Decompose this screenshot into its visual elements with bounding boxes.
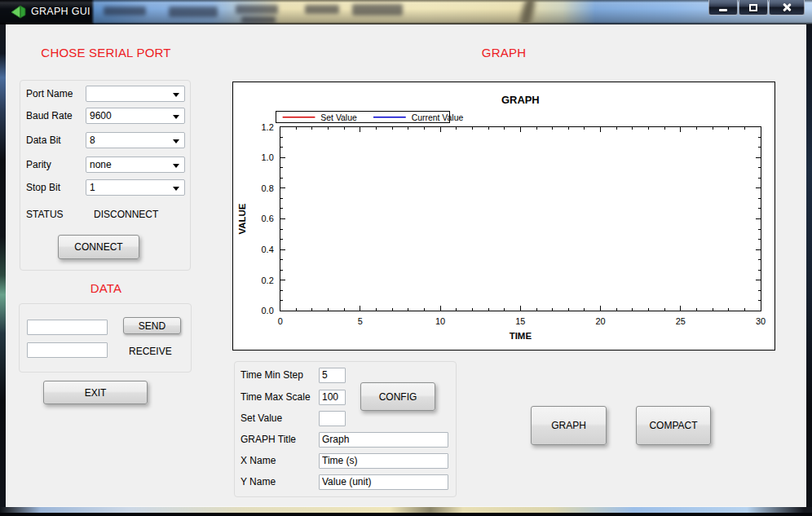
maximize-icon	[749, 4, 757, 11]
time-max-scale-label: Time Max Scale	[241, 391, 319, 403]
maximize-button[interactable]	[739, 0, 768, 15]
svg-text:GRAPH: GRAPH	[501, 94, 540, 106]
chart: GRAPH0510152025300.00.20.40.60.81.01.2TI…	[232, 82, 775, 351]
window-controls	[708, 0, 805, 15]
port-name-label: Port Name	[26, 88, 86, 99]
parity-row: Parity none	[26, 157, 185, 173]
x-name-label: X Name	[241, 455, 319, 466]
close-button[interactable]	[769, 0, 805, 15]
status-label: STATUS	[26, 209, 64, 220]
window-title: GRAPH GUI	[31, 6, 90, 17]
baud-rate-label: Baud Rate	[26, 110, 86, 121]
svg-text:TIME: TIME	[510, 331, 532, 341]
y-name-row: Y Name	[241, 474, 448, 490]
parity-value: none	[90, 159, 112, 170]
time-min-step-row: Time Min Step	[241, 367, 346, 383]
chart-canvas: GRAPH0510152025300.00.20.40.60.81.01.2TI…	[233, 82, 774, 350]
svg-text:0.8: 0.8	[262, 183, 274, 193]
exit-button[interactable]: EXIT	[43, 381, 148, 404]
desktop-blur-decoration	[352, 4, 403, 15]
graph-button-label: GRAPH	[551, 420, 586, 431]
desktop-blur-decoration	[241, 16, 276, 24]
window-border-left	[0, 24, 6, 507]
config-groupbox: Time Min Step Time Max Scale Set Value G…	[234, 361, 457, 497]
client-area: CHOSE SERIAL PORT Port Name Baud Rate 96…	[6, 24, 806, 507]
svg-text:30: 30	[756, 316, 766, 326]
send-button[interactable]: SEND	[123, 317, 181, 334]
y-name-input[interactable]	[319, 474, 448, 490]
set-value-input[interactable]	[319, 411, 346, 426]
set-value-row: Set Value	[241, 410, 346, 426]
time-max-scale-row: Time Max Scale	[241, 389, 346, 405]
config-button[interactable]: CONFIG	[360, 382, 435, 411]
send-button-label: SEND	[139, 320, 165, 332]
parity-label: Parity	[26, 159, 86, 170]
graph-heading: GRAPH	[232, 46, 775, 60]
graph-title-input[interactable]	[319, 432, 448, 448]
chevron-down-icon	[173, 164, 179, 168]
svg-text:1.2: 1.2	[262, 122, 274, 132]
x-name-input[interactable]	[319, 453, 448, 469]
app-icon	[11, 4, 27, 20]
connect-button[interactable]: CONNECT	[58, 235, 139, 259]
data-bit-combobox[interactable]: 8	[86, 132, 185, 148]
exit-button-label: EXIT	[85, 387, 107, 399]
svg-text:VALUE: VALUE	[237, 203, 247, 234]
connect-button-label: CONNECT	[74, 241, 122, 253]
svg-text:0.6: 0.6	[262, 214, 274, 223]
svg-text:Set Value: Set Value	[320, 113, 357, 122]
time-min-step-label: Time Min Step	[241, 369, 319, 381]
stop-bit-label: Stop Bit	[26, 182, 86, 193]
set-value-label: Set Value	[241, 412, 319, 424]
compact-button[interactable]: COMPACT	[636, 406, 711, 445]
stop-bit-value: 1	[90, 182, 95, 193]
svg-text:Current Value: Current Value	[412, 113, 464, 122]
port-name-row: Port Name	[26, 86, 185, 102]
time-min-step-input[interactable]	[319, 368, 346, 383]
send-input[interactable]	[27, 320, 108, 335]
port-name-combobox[interactable]	[86, 86, 185, 102]
minimize-button[interactable]	[708, 0, 738, 15]
receive-input[interactable]	[27, 342, 108, 358]
desktop-blur-decoration	[518, 0, 537, 24]
graph-button[interactable]: GRAPH	[531, 406, 607, 445]
chevron-down-icon	[173, 93, 179, 97]
svg-text:0.4: 0.4	[262, 245, 274, 254]
config-button-label: CONFIG	[379, 391, 417, 403]
desktop-blur-decoration	[236, 5, 278, 14]
minimize-icon	[719, 9, 727, 11]
data-bit-label: Data Bit	[26, 135, 86, 146]
chevron-down-icon	[173, 115, 179, 119]
baud-rate-value: 9600	[90, 110, 112, 121]
stop-bit-combobox[interactable]: 1	[86, 179, 185, 196]
svg-text:0.2: 0.2	[262, 276, 274, 285]
baud-rate-combobox[interactable]: 9600	[86, 108, 185, 124]
x-name-row: X Name	[241, 452, 448, 469]
window-frame: GRAPH GUI CHOSE SERIAL PORT Po	[0, 0, 812, 516]
data-bit-row: Data Bit 8	[26, 132, 185, 148]
parity-combobox[interactable]: none	[86, 157, 185, 173]
data-groupbox: SEND RECEIVE	[19, 303, 192, 373]
titlebar: GRAPH GUI	[0, 0, 812, 24]
receive-label: RECEIVE	[129, 346, 172, 357]
desktop-blur-decoration	[169, 7, 218, 17]
screen: GRAPH GUI CHOSE SERIAL PORT Po	[0, 0, 812, 516]
svg-text:5: 5	[358, 316, 363, 326]
svg-text:1.0: 1.0	[262, 152, 274, 162]
svg-text:0: 0	[278, 316, 283, 326]
status-value: DISCONNECT	[94, 209, 158, 220]
data-heading: DATA	[20, 281, 192, 295]
compact-button-label: COMPACT	[649, 420, 697, 431]
graph-title-row: GRAPH Title	[241, 431, 448, 448]
chevron-down-icon	[173, 139, 179, 143]
chevron-down-icon	[173, 187, 179, 191]
graph-title-label: GRAPH Title	[241, 434, 319, 445]
desktop-blur-decoration	[305, 5, 339, 14]
serial-port-groupbox: Port Name Baud Rate 9600 Data Bit	[20, 80, 191, 271]
svg-text:0.0: 0.0	[262, 306, 274, 315]
y-name-label: Y Name	[241, 476, 319, 487]
svg-text:20: 20	[596, 316, 606, 326]
svg-text:25: 25	[676, 316, 686, 326]
window-border-right	[806, 24, 812, 507]
time-max-scale-input[interactable]	[319, 390, 346, 405]
